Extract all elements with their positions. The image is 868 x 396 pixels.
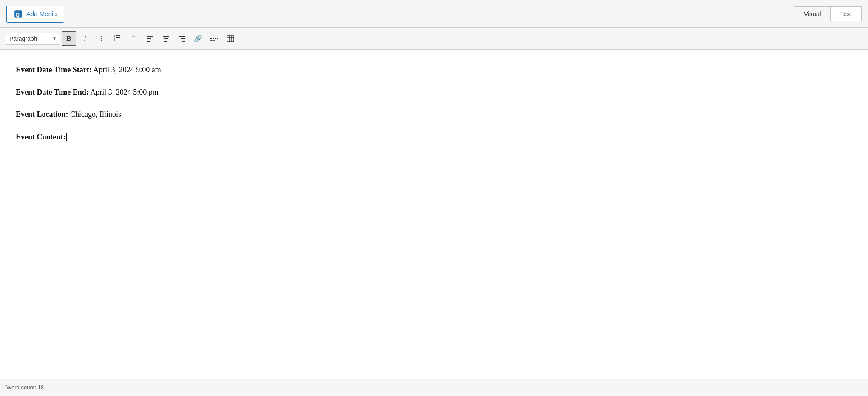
bold-button[interactable]: B [62, 31, 76, 46]
editor-wrapper: Q Add Media Visual Text Paragraph Headin… [0, 0, 868, 396]
svg-rect-23 [227, 36, 234, 42]
tab-text[interactable]: Text [830, 6, 862, 21]
align-left-button[interactable] [142, 31, 157, 46]
insert-link-button[interactable]: 🔗 [191, 31, 205, 46]
event-start-value: April 3, 2024 9:00 am [92, 65, 161, 74]
svg-text:Q: Q [15, 11, 19, 17]
event-content-paragraph: Event Content: [16, 130, 852, 144]
status-bar: Word count: 18 [0, 379, 868, 396]
editor-area[interactable]: Event Date Time Start: April 3, 2024 9:0… [0, 50, 868, 379]
ordered-list-button[interactable]: ​ 1 2 3 [110, 31, 125, 46]
blockquote-button[interactable]: “ [126, 31, 141, 46]
align-center-button[interactable] [159, 31, 173, 46]
insert-table-button[interactable] [223, 31, 238, 46]
italic-button[interactable]: I [78, 31, 92, 46]
add-media-button[interactable]: Q Add Media [6, 6, 64, 23]
event-start-label: Event Date Time Start: [16, 65, 92, 74]
text-cursor [66, 133, 67, 141]
top-bar: Q Add Media Visual Text [0, 0, 868, 28]
read-more-button[interactable] [207, 31, 221, 46]
format-select[interactable]: Paragraph Heading 1 Heading 2 Heading 3 … [5, 33, 60, 45]
unordered-list-button[interactable]: ⋮ [94, 31, 108, 46]
event-end-paragraph: Event Date Time End: April 3, 2024 5:00 … [16, 86, 852, 99]
event-location-value: Chicago, Illinois [68, 110, 122, 119]
view-tabs: Visual Text [794, 6, 862, 21]
wordpress-icon: Q [14, 9, 23, 19]
word-count-label: Word count: [6, 384, 36, 390]
event-location-paragraph: Event Location: Chicago, Illinois [16, 108, 852, 121]
add-media-label: Add Media [26, 10, 57, 17]
svg-text:3: 3 [114, 39, 115, 41]
align-right-button[interactable] [175, 31, 189, 46]
event-content-label: Event Content: [16, 133, 66, 141]
editor-content[interactable]: Event Date Time Start: April 3, 2024 9:0… [0, 50, 868, 347]
formatting-toolbar: Paragraph Heading 1 Heading 2 Heading 3 … [0, 28, 868, 50]
event-start-paragraph: Event Date Time Start: April 3, 2024 9:0… [16, 63, 852, 76]
event-end-value: April 3, 2024 5:00 pm [89, 88, 159, 96]
tab-visual[interactable]: Visual [794, 6, 831, 21]
event-end-label: Event Date Time End: [16, 88, 89, 96]
word-count-value: 18 [37, 384, 43, 390]
format-select-wrapper: Paragraph Heading 1 Heading 2 Heading 3 … [5, 33, 60, 45]
event-location-label: Event Location: [16, 110, 68, 119]
